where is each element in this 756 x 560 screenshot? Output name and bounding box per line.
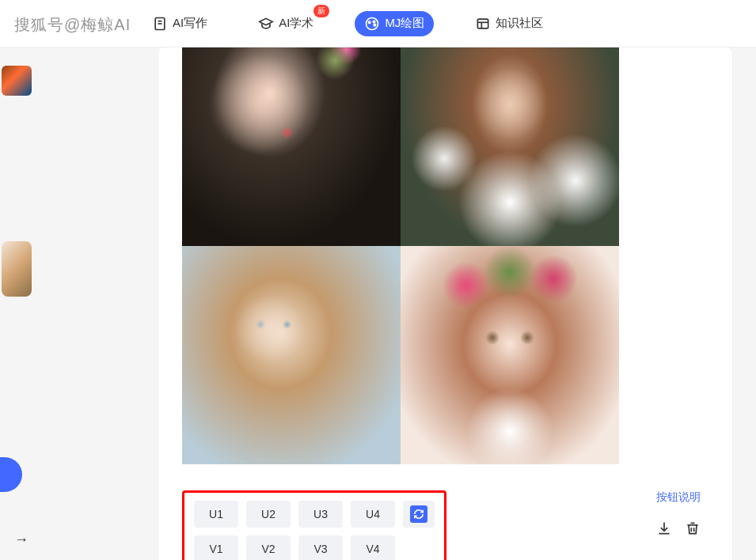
upscale-4-button[interactable]: U4	[351, 501, 395, 528]
nav-label: AI写作	[173, 16, 207, 31]
community-icon	[475, 16, 491, 32]
result-card: U1 U2 U3 U4 V1 V2 V3 V4	[158, 47, 732, 560]
upscale-3-button[interactable]: U3	[298, 501, 343, 528]
delete-icon[interactable]	[685, 520, 701, 536]
nav-label: MJ绘图	[385, 16, 424, 31]
generated-image-2[interactable]	[401, 47, 619, 246]
history-thumbnail-1[interactable]	[2, 66, 32, 96]
doc-icon	[152, 16, 168, 32]
variation-2-button[interactable]: V2	[246, 535, 291, 560]
generated-image-grid[interactable]	[182, 47, 619, 464]
mj-button-grid: U1 U2 U3 U4 V1 V2 V3 V4	[182, 490, 446, 560]
download-icon[interactable]	[656, 520, 672, 536]
icon-actions	[656, 520, 701, 536]
watermark-text: 搜狐号@梅鲸AI	[14, 14, 131, 36]
variation-row: V1 V2 V3 V4	[194, 535, 435, 560]
svg-point-3	[367, 17, 378, 29]
nav-label: AI学术	[279, 16, 313, 31]
svg-point-6	[374, 24, 376, 26]
controls-row: U1 U2 U3 U4 V1 V2 V3 V4	[158, 484, 732, 560]
generated-image-3[interactable]	[182, 246, 401, 464]
variation-1-button[interactable]: V1	[194, 535, 238, 560]
svg-point-4	[369, 21, 371, 23]
svg-point-5	[374, 21, 376, 23]
generated-image-4[interactable]	[401, 246, 619, 464]
academic-icon	[258, 16, 274, 32]
variation-4-button[interactable]: V4	[351, 535, 395, 560]
collapse-arrow-icon[interactable]: →	[14, 532, 28, 548]
palette-icon	[364, 16, 380, 32]
svg-rect-7	[478, 19, 488, 28]
nav-ai-writing[interactable]: AI写作	[142, 11, 217, 36]
nav-knowledge-community[interactable]: 知识社区	[465, 11, 553, 36]
right-actions: 按钮说明	[656, 490, 709, 536]
upscale-row: U1 U2 U3 U4	[194, 501, 435, 528]
history-thumbnail-2[interactable]	[2, 241, 32, 297]
nav-mj-draw[interactable]: MJ绘图	[355, 11, 434, 36]
generated-image-1[interactable]	[182, 47, 401, 246]
variation-3-button[interactable]: V3	[298, 535, 343, 560]
nav-items-container: AI写作 AI学术 新 MJ绘图 知识社区	[142, 11, 553, 36]
nav-label: 知识社区	[496, 16, 543, 31]
reroll-button[interactable]	[403, 501, 435, 528]
button-help-link[interactable]: 按钮说明	[656, 490, 701, 505]
nav-ai-academic[interactable]: AI学术 新	[249, 11, 323, 36]
reroll-icon	[410, 505, 427, 523]
new-badge: 新	[313, 5, 329, 17]
upscale-1-button[interactable]: U1	[194, 501, 238, 528]
upscale-2-button[interactable]: U2	[246, 501, 291, 528]
main-content: U1 U2 U3 U4 V1 V2 V3 V4	[55, 47, 756, 560]
